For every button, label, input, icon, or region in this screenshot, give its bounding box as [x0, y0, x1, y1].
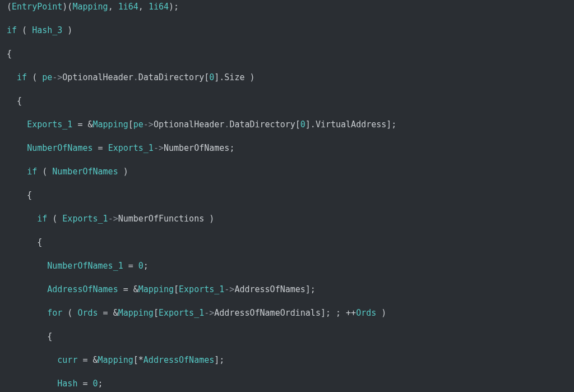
code-line: { — [7, 237, 570, 248]
code-line: if ( NumberOfNames ) — [7, 166, 570, 178]
code-line: NumberOfNames = Exports_1->NumberOfNames… — [7, 142, 570, 154]
decompiled-code-view[interactable]: (EntryPoint)(Mapping, 1i64, 1i64); if ( … — [0, 0, 574, 392]
code-line: { — [7, 331, 570, 343]
code-line: if ( Hash_3 ) — [7, 25, 570, 36]
code-line: { — [7, 190, 570, 201]
code-line: (EntryPoint)(Mapping, 1i64, 1i64); — [7, 1, 570, 13]
code-line: AddressOfNames = &Mapping[Exports_1->Add… — [7, 284, 570, 296]
code-line: { — [7, 48, 570, 60]
code-line: NumberOfNames_1 = 0; — [7, 260, 570, 272]
code-line: if ( pe->OptionalHeader.DataDirectory[0]… — [7, 72, 570, 84]
code-line: for ( Ords = &Mapping[Exports_1->Address… — [7, 307, 570, 319]
code-line: Exports_1 = &Mapping[pe->OptionalHeader.… — [7, 119, 570, 131]
code-line: { — [7, 95, 570, 107]
code-line: if ( Exports_1->NumberOfFunctions ) — [7, 213, 570, 225]
code-line: Hash = 0; — [7, 378, 570, 390]
code-line: curr = &Mapping[*AddressOfNames]; — [7, 354, 570, 366]
